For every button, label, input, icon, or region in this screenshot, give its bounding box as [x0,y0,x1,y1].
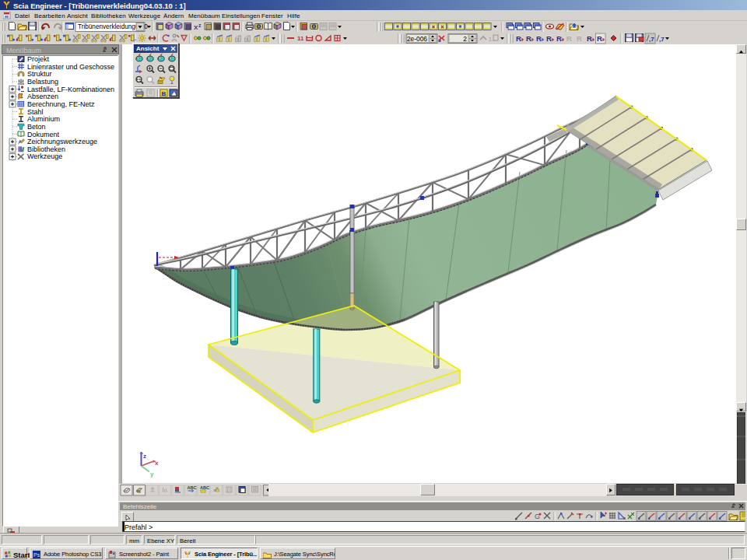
svg-text:B: B [162,90,167,97]
svg-text:Dokument: Dokument [27,131,60,138]
svg-text:Zeichnungswerkzeuge: Zeichnungswerkzeuge [27,138,97,145]
svg-text:11: 11 [297,35,304,42]
svg-text:Struktur: Struktur [27,70,52,78]
svg-text:ABC: ABC [188,485,197,490]
svg-text:Projekt: Projekt [27,56,50,63]
svg-text:Ps: Ps [33,552,40,558]
svg-text:R: R [597,34,602,43]
svg-text:R: R [566,34,572,43]
svg-text:R: R [536,34,542,43]
svg-text:R: R [577,34,582,43]
svg-text:Werkzeuge: Werkzeuge [27,152,62,160]
svg-text:Bibliotheken: Bibliotheken [27,145,65,153]
svg-text:Linienraster und Geschosse: Linienraster und Geschosse [27,63,114,71]
svg-text:z: z [198,23,202,28]
svg-text:R: R [516,34,521,43]
svg-text:Beton: Beton [27,123,46,131]
svg-text:Absenzen: Absenzen [27,93,58,100]
svg-text:z: z [143,453,146,460]
svg-text:Belastung: Belastung [27,78,58,86]
svg-text:R: R [587,34,592,43]
svg-text:,7: ,7 [649,36,654,43]
svg-text:Aluminium: Aluminium [27,115,60,123]
svg-text:2: 2 [463,35,467,43]
svg-text:Lastfälle, LF-Kombinationen: Lastfälle, LF-Kombinationen [27,86,114,93]
svg-text:ABC: ABC [200,485,209,490]
svg-text:y: y [150,471,154,478]
svg-text:x: x [155,460,159,467]
svg-text:1.: 1. [489,37,493,42]
svg-text:R: R [546,34,552,43]
svg-text:R: R [526,34,531,43]
svg-text:R: R [556,34,562,43]
svg-text:,7: ,7 [659,36,665,43]
svg-text:Stahl: Stahl [27,108,44,116]
svg-text:2e-006: 2e-006 [407,35,427,43]
svg-text:Berechnung, FE-Netz: Berechnung, FE-Netz [27,100,95,108]
